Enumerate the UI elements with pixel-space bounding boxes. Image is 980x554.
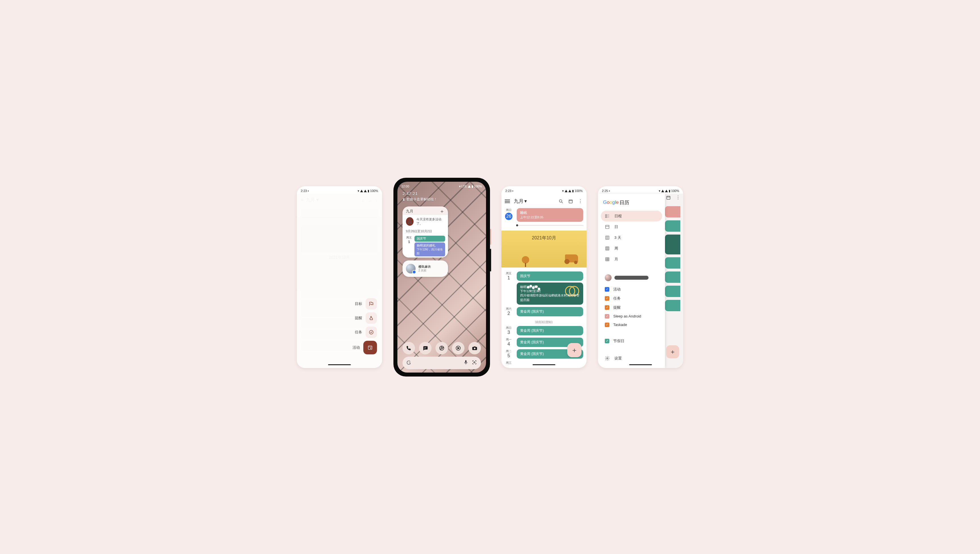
drawer-view-week[interactable]: 周	[601, 243, 662, 254]
background-event-peek	[665, 257, 680, 269]
focus-tip: 歌曲卡盘要解锁啦！	[406, 197, 437, 202]
fab-speed-dial: 目标 提醒 任务 活动	[352, 298, 377, 354]
week-range-label: 10月3日至9日	[505, 320, 583, 324]
event-wedding[interactable]: 杨明波的婚礼下午12时至3时四川省绵阳市游仙区仙鹤镇洛水村润沁春菩提庄园	[517, 283, 583, 305]
speed-dial-task[interactable]: 任务	[355, 326, 377, 338]
month-banner: 2021年10月	[501, 231, 586, 267]
calendar-toggle[interactable]: ✓ 提醒	[601, 303, 662, 312]
message-widget[interactable]: 樱島麻衣2 天前	[403, 260, 448, 277]
dock	[403, 342, 481, 354]
navigation-drawer: Google 日历 日程 日 3 天 周 月 ✓ 活动 ✓ 任务 ✓ 提醒 ✓	[598, 194, 665, 368]
calendar-widget[interactable]: 九月 ＋ 五24 今天没有更多活动了。 9月26日至10月2日 周五1 国庆节 …	[403, 207, 448, 258]
svg-rect-10	[667, 196, 670, 199]
more-icon[interactable]: ⋮	[577, 199, 583, 204]
today-icon[interactable]	[666, 195, 671, 201]
chrome-app-icon[interactable]	[435, 342, 448, 354]
fab-create[interactable]: ＋	[567, 343, 582, 357]
messages-app-badge-icon	[412, 270, 416, 274]
background-event-peek	[665, 300, 680, 311]
screen-drawer: 2:25 ▪ ▾ ▮ 100% ⋮ Google 日历 日程 日 3 天 周 月…	[598, 186, 683, 368]
hourglass-icon: ⧗	[403, 197, 405, 201]
status-time: 2:23	[301, 189, 307, 193]
svg-rect-2	[370, 347, 371, 349]
status-bar: 2:23 ▪ ▾ ▮ 100%	[297, 186, 382, 194]
account-row[interactable]	[601, 272, 662, 283]
event-golden-week[interactable]: 黄金周 (国庆节)	[517, 326, 583, 335]
nav-handle[interactable]	[532, 364, 555, 365]
checkbox-icon: ✓	[605, 323, 609, 327]
threeday-view-icon	[605, 235, 610, 240]
month-dropdown[interactable]: 九月 ▾	[514, 198, 527, 204]
event-list[interactable]: 周日26睡眠上午12:22至8:052021年10月周五1国庆节杨明波的婚礼下午…	[501, 208, 586, 365]
fab-create[interactable]: ＋	[666, 345, 679, 358]
at-a-glance[interactable]: 2:47:21 ⧗歌曲卡盘要解锁啦！	[397, 190, 486, 203]
gear-icon	[605, 356, 610, 361]
svg-point-0	[369, 330, 373, 334]
status-bar: 2:25 ▪ ▾ ▮ 100%	[598, 186, 683, 194]
drawer-view-schedule[interactable]: 日程	[601, 211, 662, 221]
status-icons: ▾ LTE ▮ 100%	[459, 185, 482, 188]
finger-icon	[366, 312, 377, 324]
event-golden-week[interactable]: 黄金周 (国庆节)	[517, 307, 583, 316]
widget-event-national-day[interactable]: 国庆节	[414, 236, 445, 242]
lens-icon[interactable]	[472, 360, 477, 366]
calendar-toggle[interactable]: ✓ Sleep as Android	[601, 312, 662, 321]
status-bar: 12:00 ▾ LTE ▮ 100%	[397, 182, 486, 190]
search-bar[interactable]: G	[403, 357, 481, 369]
today-icon[interactable]	[568, 199, 574, 204]
widget-event-wedding[interactable]: 杨明波的婚礼 下午12时，四川省绵阳	[414, 242, 445, 256]
svg-rect-1	[368, 346, 372, 350]
camera-app-icon[interactable]	[468, 342, 481, 354]
checkbox-icon: ✓	[605, 287, 609, 291]
today-no-events: 今天没有更多活动了。	[416, 217, 445, 226]
volume-button[interactable]	[490, 249, 491, 271]
day-view-icon	[605, 224, 610, 229]
nav-handle[interactable]	[629, 364, 652, 365]
event-icon	[363, 341, 377, 354]
svg-rect-9	[569, 200, 572, 203]
messages-app-icon[interactable]	[419, 342, 432, 354]
checkbox-icon: ✓	[605, 339, 609, 343]
more-icon[interactable]: ⋮	[675, 195, 681, 201]
google-logo-icon: Google	[603, 200, 619, 205]
drawer-help[interactable]: 帮助和反馈	[601, 365, 662, 368]
background-event-peek	[665, 220, 680, 232]
event-sleep[interactable]: 睡眠上午12:22至8:05	[517, 208, 583, 222]
nav-handle[interactable]	[328, 364, 351, 365]
play-app-icon[interactable]	[452, 342, 464, 354]
drawer-view-month[interactable]: 月	[601, 254, 662, 265]
widget-today-row[interactable]: 五24 今天没有更多活动了。	[403, 215, 448, 228]
svg-rect-16	[606, 258, 609, 261]
mic-icon[interactable]	[463, 360, 468, 366]
drawer-view-threeday[interactable]: 3 天	[601, 232, 662, 243]
week-view-icon	[605, 246, 610, 251]
speed-dial-reminder[interactable]: 提醒	[355, 312, 377, 324]
speed-dial-goal[interactable]: 目标	[355, 298, 377, 309]
calendar-toggle[interactable]: ✓ 活动	[601, 285, 662, 294]
event-national-day[interactable]: 国庆节	[517, 271, 583, 281]
calendar-holidays[interactable]: ✓ 节假日	[601, 336, 662, 345]
drawer-settings[interactable]: 设置	[601, 353, 662, 364]
speed-dial-event[interactable]: 活动	[352, 341, 377, 354]
chevron-down-icon: ▾	[524, 198, 527, 204]
status-time: 2:23	[505, 189, 511, 193]
message-time: 2 天前	[418, 269, 431, 272]
menu-icon[interactable]	[505, 200, 510, 203]
calendar-toggle[interactable]: ✓ 任务	[601, 294, 662, 303]
phone-app-icon[interactable]	[403, 342, 415, 354]
search-icon[interactable]	[558, 199, 564, 204]
flag-icon	[366, 298, 377, 309]
svg-rect-11	[606, 214, 607, 215]
power-button[interactable]	[490, 229, 491, 245]
status-battery: 100%	[370, 189, 378, 193]
widget-week-range: 9月26日至10月2日	[403, 228, 448, 234]
calendar-toggle[interactable]: ✓ Taskade	[601, 321, 662, 329]
widget-month-title: 九月	[406, 209, 413, 214]
svg-point-7	[474, 361, 475, 363]
status-time: 12:00	[402, 185, 410, 188]
background-event-peek	[665, 234, 680, 255]
drawer-view-day[interactable]: 日	[601, 221, 662, 232]
svg-point-4	[441, 347, 443, 349]
home-screen: 12:00 ▾ LTE ▮ 100% 2:47:21 ⧗歌曲卡盘要解锁啦！ 九月…	[397, 182, 486, 373]
plus-icon[interactable]: ＋	[440, 209, 445, 214]
